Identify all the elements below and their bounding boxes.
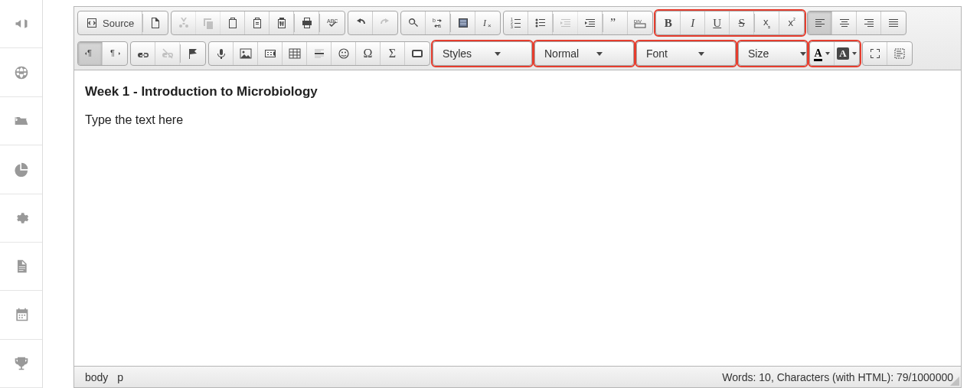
paste-text-icon — [251, 17, 263, 29]
video-button[interactable] — [258, 42, 283, 65]
justifycenter-button[interactable] — [832, 11, 857, 34]
bidiltr-button[interactable]: ¶ — [78, 42, 103, 65]
selectall-icon — [457, 17, 469, 29]
image-button[interactable] — [234, 42, 258, 65]
svg-point-11 — [535, 25, 537, 28]
path-p[interactable]: p — [114, 371, 126, 383]
svg-text:b: b — [433, 18, 436, 23]
spellcheck-icon: ABC — [326, 17, 338, 29]
format-combo[interactable]: Normal — [534, 41, 634, 66]
specialchar-button[interactable]: Ω — [356, 42, 381, 65]
sidebar-item-documents[interactable] — [0, 243, 42, 291]
record-button[interactable] — [209, 42, 234, 65]
superscript-button[interactable]: x² — [779, 11, 804, 34]
creatediv-button[interactable]: DIV — [628, 11, 652, 34]
word-counter: Words: 10, Characters (with HTML): 79/10… — [722, 371, 953, 383]
editor-content[interactable]: Week 1 - Introduction to Microbiology Ty… — [74, 70, 961, 366]
format-label: Normal — [544, 47, 590, 60]
sidebar-item-announcements[interactable] — [0, 0, 42, 48]
underline-button[interactable]: U — [705, 11, 730, 34]
bulletedlist-button[interactable] — [528, 11, 553, 34]
bulletedlist-icon — [534, 17, 547, 29]
sidebar-item-globe[interactable] — [0, 48, 42, 96]
resize-grip[interactable] — [950, 377, 959, 386]
styles-combo[interactable]: Styles — [433, 41, 532, 66]
sidebar-item-calendar[interactable] — [0, 291, 42, 339]
image-icon — [240, 47, 252, 60]
content-heading: Week 1 - Introduction to Microbiology — [85, 84, 950, 99]
outdent-icon — [560, 17, 572, 29]
svg-text:I: I — [482, 18, 487, 28]
print-button[interactable] — [295, 11, 319, 34]
flag-button[interactable] — [181, 42, 205, 65]
source-button[interactable]: Source — [78, 11, 142, 34]
replace-button[interactable]: ba — [426, 11, 450, 34]
horizontalrule-button[interactable] — [307, 42, 332, 65]
content-paragraph: Type the text here — [85, 113, 950, 127]
bgcolor-button[interactable]: A — [835, 42, 859, 65]
svg-rect-3 — [459, 19, 467, 27]
pie-chart-icon — [14, 161, 29, 177]
newpage-button[interactable] — [143, 11, 168, 34]
sidebar-item-files[interactable] — [0, 97, 42, 145]
iframe-button[interactable] — [405, 42, 430, 65]
path-body[interactable]: body — [82, 371, 111, 383]
unlink-button[interactable] — [155, 42, 180, 65]
cut-button[interactable] — [172, 11, 196, 34]
paste-button[interactable] — [220, 11, 245, 34]
strike-button[interactable]: S — [730, 11, 754, 34]
unlink-icon — [162, 47, 174, 60]
bidiltr-icon: ¶ — [84, 47, 96, 60]
bold-button[interactable]: B — [656, 11, 681, 34]
copy-button[interactable] — [196, 11, 220, 34]
outdent-button[interactable] — [554, 11, 578, 34]
numberedlist-button[interactable]: 123 — [504, 11, 528, 34]
indent-icon — [584, 17, 596, 29]
removeformat-button[interactable]: I× — [475, 11, 500, 34]
sidebar-item-achievements[interactable] — [0, 340, 42, 388]
blockquote-button[interactable]: ” — [603, 11, 628, 34]
smiley-icon — [338, 47, 350, 60]
italic-button[interactable]: I — [681, 11, 705, 34]
find-button[interactable] — [401, 11, 426, 34]
link-button[interactable] — [131, 42, 155, 65]
justifyblock-button[interactable] — [881, 11, 906, 34]
justifyleft-button[interactable] — [808, 11, 832, 34]
element-path: body p — [82, 371, 126, 383]
source-icon — [86, 17, 98, 29]
subscript-button[interactable]: x₂ — [755, 11, 779, 34]
size-combo[interactable]: Size — [738, 41, 807, 66]
table-button[interactable] — [283, 42, 307, 65]
bidirtl-button[interactable]: ¶ — [103, 42, 127, 65]
indent-button[interactable] — [578, 11, 603, 34]
maximize-button[interactable] — [863, 42, 887, 65]
svg-point-24 — [345, 52, 346, 54]
smiley-button[interactable] — [332, 42, 356, 65]
flag-icon — [187, 47, 199, 60]
font-label: Font — [646, 47, 692, 60]
statusbar: body p Words: 10, Characters (with HTML)… — [74, 366, 961, 387]
svg-text:¶: ¶ — [87, 48, 92, 57]
numberedlist-icon: 123 — [510, 17, 522, 29]
svg-text:×: × — [488, 22, 492, 29]
trophy-icon — [14, 356, 29, 371]
paste-icon — [227, 17, 239, 29]
font-combo[interactable]: Font — [636, 41, 736, 66]
newpage-icon — [149, 17, 162, 29]
paste-text-button[interactable] — [245, 11, 270, 34]
selectall-button[interactable] — [451, 11, 475, 34]
folder-open-icon — [14, 113, 29, 129]
calendar-icon — [14, 307, 29, 322]
spellcheck-button[interactable]: ABC — [320, 11, 345, 34]
svg-text:¶: ¶ — [110, 48, 115, 57]
math-button[interactable]: Σ — [381, 42, 405, 65]
textcolor-button[interactable]: A — [810, 42, 835, 65]
redo-button[interactable] — [373, 11, 397, 34]
justifyright-button[interactable] — [857, 11, 881, 34]
sidebar-item-reports[interactable] — [0, 145, 42, 194]
sidebar-item-settings[interactable] — [0, 194, 42, 243]
undo-button[interactable] — [348, 11, 373, 34]
paste-word-button[interactable] — [270, 11, 294, 34]
svg-rect-14 — [635, 24, 645, 28]
showblocks-button[interactable] — [887, 42, 912, 65]
